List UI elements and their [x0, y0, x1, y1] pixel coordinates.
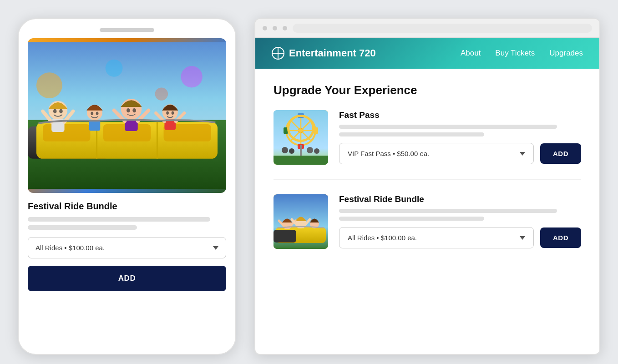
globe-icon: [272, 47, 284, 60]
svg-point-21: [91, 111, 93, 115]
nav-brand: Entertainment 720: [272, 47, 376, 60]
fast-pass-add-button[interactable]: ADD: [540, 143, 581, 164]
fast-pass-desc-1: [339, 125, 557, 129]
mobile-desc-line-1: [28, 217, 210, 222]
fast-pass-desc-2: [339, 132, 484, 136]
fast-pass-chevron-icon: [520, 152, 525, 156]
festival-name: Festival Ride Bundle: [339, 194, 581, 204]
festival-select[interactable]: All Rides • $100.00 ea.: [339, 227, 534, 248]
svg-rect-43: [298, 113, 304, 118]
desktop-nav: Entertainment 720 About Buy Tickets Upgr…: [255, 38, 599, 69]
festival-actions: All Rides • $100.00 ea. ADD: [339, 227, 581, 248]
festival-thumbnail: [274, 194, 328, 249]
festival-add-button[interactable]: ADD: [540, 228, 581, 248]
svg-point-52: [314, 148, 319, 154]
festival-select-label: All Rides • $100.00 ea.: [348, 234, 417, 242]
fast-pass-select[interactable]: VIP Fast Pass • $50.00 ea.: [339, 143, 534, 164]
svg-rect-45: [284, 127, 288, 134]
svg-line-42: [290, 120, 311, 141]
browser-chrome: [255, 19, 599, 38]
product-card-fast-pass: Fast Pass VIP Fast Pass • $50.00 ea. ADD: [274, 110, 581, 180]
brand-name: Entertainment 720: [289, 47, 376, 59]
festival-chevron-icon: [520, 236, 525, 240]
svg-rect-46: [314, 127, 318, 134]
svg-point-38: [298, 128, 304, 133]
svg-point-51: [307, 147, 313, 153]
fast-pass-select-label: VIP Fast Pass • $50.00 ea.: [348, 150, 429, 157]
festival-info: Festival Ride Bundle All Rides • $100.00…: [339, 194, 581, 249]
svg-rect-27: [125, 119, 137, 131]
svg-point-4: [181, 66, 202, 87]
svg-rect-48: [274, 156, 328, 165]
fast-pass-actions: VIP Fast Pass • $50.00 ea. ADD: [339, 143, 581, 164]
page-title: Upgrade Your Experience: [274, 83, 581, 97]
festival-desc-1: [339, 209, 557, 213]
fast-pass-info: Fast Pass VIP Fast Pass • $50.00 ea. ADD: [339, 110, 581, 165]
product-card-festival: Festival Ride Bundle All Rides • $100.00…: [274, 194, 581, 263]
svg-point-31: [166, 111, 169, 115]
chevron-down-icon: [213, 246, 218, 250]
nav-link-upgrades[interactable]: Upgrades: [549, 49, 583, 58]
browser-dot-green: [283, 26, 287, 30]
svg-point-25: [127, 108, 130, 112]
fast-pass-thumbnail: [274, 110, 328, 165]
mobile-add-button[interactable]: ADD: [28, 266, 226, 291]
nav-link-buy-tickets[interactable]: Buy Tickets: [495, 49, 535, 58]
svg-point-6: [155, 87, 168, 100]
svg-point-49: [282, 147, 288, 153]
browser-dot-yellow: [273, 26, 277, 30]
nav-links: About Buy Tickets Upgrades: [461, 49, 583, 58]
mobile-product-title: Festival Ride Bundle: [28, 201, 226, 212]
svg-point-32: [172, 111, 174, 115]
fast-pass-name: Fast Pass: [339, 110, 581, 120]
mobile-notch: [100, 28, 154, 32]
mobile-mockup: Festival Ride Bundle All Rides • $100.00…: [18, 18, 236, 355]
desktop-mockup: Entertainment 720 About Buy Tickets Upgr…: [254, 18, 600, 355]
svg-point-50: [289, 148, 294, 154]
svg-point-26: [132, 108, 136, 112]
svg-line-41: [290, 120, 311, 141]
mobile-desc-line-2: [28, 225, 137, 230]
browser-url-bar: [293, 24, 592, 33]
desktop-content: Upgrade Your Experience: [255, 69, 599, 293]
svg-point-22: [96, 111, 99, 115]
mobile-select-label: All Rides • $100.00 ea.: [35, 244, 105, 252]
svg-rect-55: [274, 230, 296, 243]
mobile-hero-image: [28, 38, 226, 193]
svg-point-5: [106, 60, 123, 77]
mobile-select[interactable]: All Rides • $100.00 ea.: [28, 237, 226, 258]
svg-rect-11: [43, 124, 90, 142]
svg-point-16: [59, 109, 63, 113]
browser-dot-red: [263, 26, 267, 30]
festival-desc-2: [339, 217, 484, 221]
svg-point-15: [53, 109, 57, 113]
nav-link-about[interactable]: About: [461, 49, 481, 58]
svg-point-3: [36, 72, 62, 98]
